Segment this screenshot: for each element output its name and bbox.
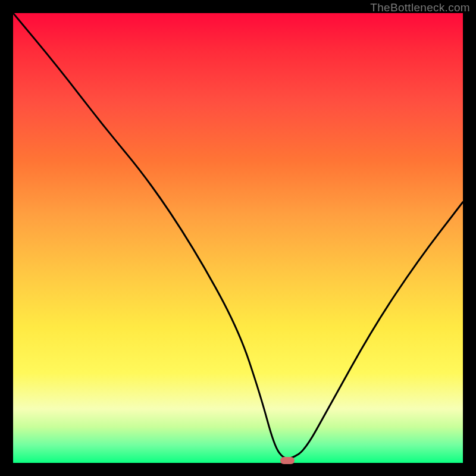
plot-area <box>13 13 463 463</box>
optimal-marker <box>280 457 295 464</box>
curve-svg <box>13 13 463 463</box>
bottleneck-curve <box>13 13 463 458</box>
chart-container: TheBottleneck.com <box>0 0 476 476</box>
watermark-text: TheBottleneck.com <box>370 1 470 14</box>
